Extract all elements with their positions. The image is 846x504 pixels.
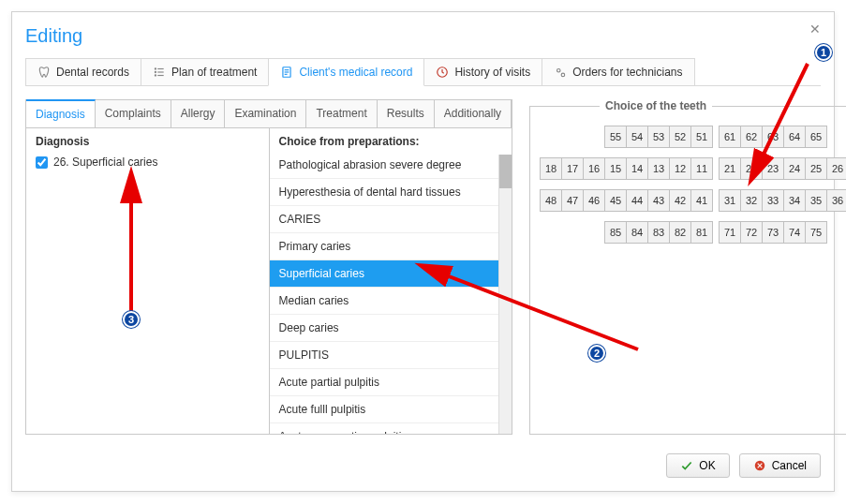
subtab-treatment[interactable]: Treatment — [306, 100, 377, 127]
tooth-26[interactable]: 26 — [826, 157, 846, 180]
tooth-84[interactable]: 84 — [626, 221, 648, 244]
tab-label: Plan of treatment — [171, 66, 257, 79]
tooth-51[interactable]: 51 — [690, 126, 713, 148]
tooth-16[interactable]: 16 — [583, 157, 605, 180]
dialog-title: Editing — [25, 25, 821, 47]
tab-dental-records[interactable]: Dental records — [25, 58, 141, 85]
tooth-24[interactable]: 24 — [783, 157, 806, 180]
subtab-allergy[interactable]: Allergy — [171, 100, 226, 127]
teeth-panel: Choice of the teeth 55545352516162636465… — [529, 99, 846, 435]
tooth-11[interactable]: 11 — [690, 157, 713, 180]
check-icon — [680, 459, 693, 472]
prep-item[interactable]: Pathological abrasion severe degree — [270, 152, 512, 179]
diagnosis-checkbox[interactable] — [36, 156, 48, 169]
subtab-results[interactable]: Results — [378, 100, 435, 127]
prep-item[interactable]: Acute fulll pulpitis — [270, 396, 512, 423]
tooth-12[interactable]: 12 — [669, 157, 691, 180]
teeth-quadrant: 7172737475 — [719, 221, 827, 244]
scrollbar[interactable] — [498, 155, 512, 434]
prep-item[interactable]: CARIES — [270, 206, 512, 233]
tooth-25[interactable]: 25 — [805, 157, 827, 180]
tooth-18[interactable]: 18 — [540, 157, 562, 180]
prep-item[interactable]: Acute partial pulpitis — [270, 369, 512, 396]
tooth-65[interactable]: 65 — [805, 126, 827, 148]
tooth-55[interactable]: 55 — [604, 126, 627, 148]
prep-item[interactable]: Acute suppurative pulpitis — [270, 423, 512, 434]
subtab-diagnosis[interactable]: Diagnosis — [26, 99, 96, 127]
prep-item[interactable]: Hyperesthesia of dental hard tissues — [270, 179, 512, 206]
tooth-85[interactable]: 85 — [604, 221, 627, 244]
tooth-73[interactable]: 73 — [762, 221, 784, 244]
tooth-34[interactable]: 34 — [783, 189, 806, 212]
tooth-17[interactable]: 17 — [561, 157, 584, 180]
tooth-54[interactable]: 54 — [626, 126, 648, 148]
tooth-45[interactable]: 45 — [604, 189, 627, 212]
annotation-marker-2: 2 — [588, 345, 605, 362]
subtab-complaints[interactable]: Complaints — [96, 100, 171, 127]
tab-label: Dental records — [56, 66, 129, 79]
tooth-23[interactable]: 23 — [762, 157, 784, 180]
tooth-14[interactable]: 14 — [626, 157, 648, 180]
tooth-75[interactable]: 75 — [805, 221, 827, 244]
diagnosis-column: Diagnosis 26. Superficial caries 3 — [26, 128, 270, 434]
diagnosis-item-label: 26. Superficial caries — [53, 156, 157, 169]
tab-orders[interactable]: Orders for technicians — [542, 58, 694, 85]
teeth-row: 55545352516162636465 — [540, 126, 846, 148]
tooth-61[interactable]: 61 — [719, 126, 741, 148]
tooth-82[interactable]: 82 — [669, 221, 691, 244]
tooth-52[interactable]: 52 — [669, 126, 691, 148]
tooth-icon — [37, 66, 51, 79]
svg-point-2 — [155, 71, 156, 72]
tooth-43[interactable]: 43 — [647, 189, 670, 212]
close-icon[interactable]: ✕ — [809, 22, 821, 37]
tab-history-of-visits[interactable]: History of visits — [423, 58, 542, 85]
prep-item[interactable]: Primary caries — [270, 233, 512, 260]
tooth-47[interactable]: 47 — [561, 189, 584, 212]
ok-button[interactable]: OK — [666, 453, 729, 478]
tooth-74[interactable]: 74 — [783, 221, 806, 244]
tooth-21[interactable]: 21 — [719, 157, 741, 180]
prep-item[interactable]: PULPITIS — [270, 342, 512, 369]
prep-item[interactable]: Median caries — [270, 288, 512, 315]
tooth-81[interactable]: 81 — [690, 221, 713, 244]
tooth-31[interactable]: 31 — [719, 189, 741, 212]
dialog-editing: Editing ✕ 1 Dental records Plan of treat… — [11, 11, 835, 492]
subtab-additionally[interactable]: Additionally — [435, 100, 512, 127]
teeth-grid: 5554535251616263646518171615141312112122… — [540, 126, 846, 244]
tooth-36[interactable]: 36 — [826, 189, 846, 212]
tooth-32[interactable]: 32 — [740, 189, 763, 212]
tooth-41[interactable]: 41 — [690, 189, 713, 212]
scrollbar-thumb[interactable] — [499, 155, 512, 188]
diagnosis-item[interactable]: 26. Superficial caries — [26, 152, 269, 172]
prep-item-selected[interactable]: Superficial caries — [270, 260, 512, 288]
tooth-83[interactable]: 83 — [647, 221, 670, 244]
tooth-63[interactable]: 63 — [762, 126, 784, 148]
teeth-quadrant: 6162636465 — [719, 126, 827, 148]
tooth-15[interactable]: 15 — [604, 157, 627, 180]
cancel-button[interactable]: Cancel — [739, 453, 821, 478]
tooth-22[interactable]: 22 — [740, 157, 763, 180]
tab-clients-medical-record[interactable]: Client's medical record — [268, 58, 424, 86]
tooth-72[interactable]: 72 — [740, 221, 763, 244]
subtab-examination[interactable]: Examination — [225, 100, 306, 127]
tooth-13[interactable]: 13 — [647, 157, 670, 180]
prep-item[interactable]: Deep caries — [270, 315, 512, 342]
tooth-53[interactable]: 53 — [647, 126, 670, 148]
tab-plan-of-treatment[interactable]: Plan of treatment — [141, 58, 269, 85]
teeth-quadrant: 8584838281 — [604, 221, 713, 244]
tooth-46[interactable]: 46 — [583, 189, 605, 212]
tooth-48[interactable]: 48 — [540, 189, 562, 212]
tooth-71[interactable]: 71 — [719, 221, 741, 244]
tooth-42[interactable]: 42 — [669, 189, 691, 212]
body-row: Diagnosis Complaints Allergy Examination… — [25, 99, 821, 435]
tooth-64[interactable]: 64 — [783, 126, 806, 148]
tooth-44[interactable]: 44 — [626, 189, 648, 212]
tooth-35[interactable]: 35 — [805, 189, 827, 212]
tooth-62[interactable]: 62 — [740, 126, 763, 148]
tooth-33[interactable]: 33 — [762, 189, 784, 212]
footer: OK Cancel — [25, 453, 821, 478]
main-tabs: Dental records Plan of treatment Client'… — [25, 58, 821, 86]
preparations-list[interactable]: Pathological abrasion severe degree Hype… — [270, 152, 512, 434]
svg-point-11 — [557, 69, 561, 73]
gears-icon — [554, 66, 567, 79]
